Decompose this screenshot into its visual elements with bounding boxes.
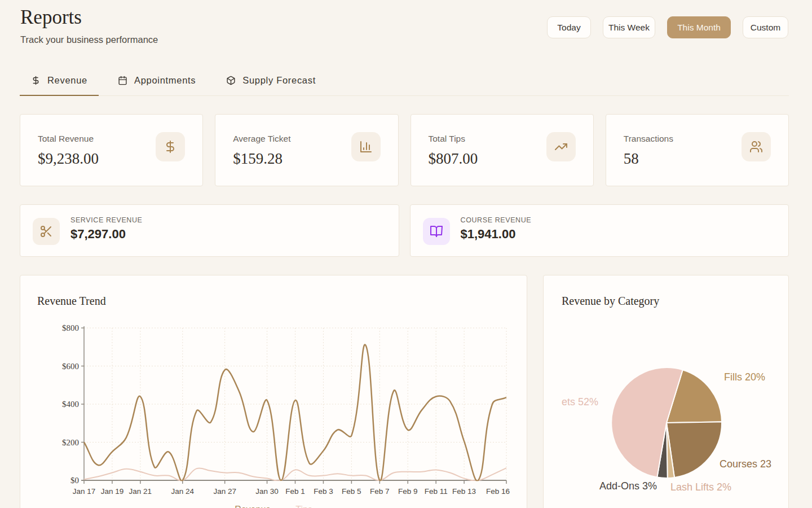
tab-revenue-label: Revenue [47, 75, 87, 86]
tab-appointments-label: Appointments [134, 75, 196, 86]
svg-text:Feb 16: Feb 16 [486, 487, 510, 496]
svg-text:Feb 7: Feb 7 [370, 487, 390, 496]
package-icon [226, 76, 236, 85]
bar-chart-icon [351, 132, 381, 161]
tab-supply-forecast-label: Supply Forecast [242, 75, 316, 86]
svg-text:Jan 27: Jan 27 [213, 487, 236, 496]
pie-label: Fills 20% [724, 371, 765, 383]
book-open-icon [423, 218, 450, 245]
revenue-by-category-chart [544, 275, 789, 508]
trending-up-icon [546, 132, 576, 161]
svg-text:Feb 5: Feb 5 [342, 487, 361, 496]
legend-item-tips[interactable]: Tips [295, 505, 312, 508]
average-ticket-card: Average Ticket $159.28 [215, 114, 398, 186]
svg-text:Feb 3: Feb 3 [314, 487, 333, 496]
svg-text:Feb 9: Feb 9 [398, 487, 418, 496]
svg-text:Jan 24: Jan 24 [171, 487, 194, 496]
chart-legend: RevenueTips [20, 505, 527, 508]
revenue-split-cards: SERVICE REVENUE $7,297.00 COURSE REVENUE… [20, 204, 789, 257]
dollar-icon [156, 132, 185, 161]
service-revenue-value: $7,297.00 [70, 227, 399, 242]
svg-text:Jan 19: Jan 19 [101, 487, 124, 496]
course-revenue-label: COURSE REVENUE [461, 216, 789, 224]
tab-supply-forecast[interactable]: Supply Forecast [215, 73, 327, 96]
page-title: Reports [20, 6, 82, 29]
svg-text:$200: $200 [62, 438, 79, 447]
course-revenue-value: $1,941.00 [461, 227, 789, 242]
dollar-icon [31, 76, 41, 85]
pie-label: Courses 23 [720, 458, 771, 470]
revenue-by-category-title: Revenue by Category [562, 295, 659, 308]
transactions-card: Transactions 58 [606, 114, 789, 186]
period-selector: Today This Week This Month Custom [547, 16, 788, 38]
service-revenue-card: SERVICE REVENUE $7,297.00 [20, 204, 399, 257]
svg-text:Jan 30: Jan 30 [255, 487, 279, 496]
tab-appointments[interactable]: Appointments [107, 73, 207, 96]
legend-item-revenue[interactable]: Revenue [235, 505, 271, 508]
pie-label: ets 52% [562, 396, 598, 408]
svg-text:Jan 21: Jan 21 [129, 487, 152, 496]
total-tips-card: Total Tips $807.00 [411, 114, 594, 186]
calendar-icon [118, 76, 127, 85]
svg-text:$0: $0 [70, 476, 79, 485]
revenue-trend-card: $0$200$400$600$800Jan 17Jan 19Jan 21Jan … [20, 275, 527, 508]
pie-label: Lash Lifts 2% [670, 481, 731, 493]
period-this-month-button[interactable]: This Month [667, 16, 731, 38]
tab-revenue[interactable]: Revenue [20, 73, 99, 96]
page-subtitle: Track your business performance [20, 34, 158, 45]
revenue-trend-chart: $0$200$400$600$800Jan 17Jan 19Jan 21Jan … [20, 275, 528, 508]
svg-text:Feb 1: Feb 1 [285, 487, 305, 496]
svg-text:Jan 17: Jan 17 [73, 487, 96, 496]
service-revenue-label: SERVICE REVENUE [70, 216, 399, 224]
svg-text:$800: $800 [62, 323, 79, 332]
revenue-by-category-card: Revenue by Category Fills 20%Courses 23L… [543, 275, 789, 508]
users-icon [742, 132, 771, 161]
period-this-week-button[interactable]: This Week [603, 16, 655, 38]
svg-text:Feb 11: Feb 11 [425, 487, 448, 496]
period-today-button[interactable]: Today [547, 16, 591, 38]
total-revenue-card: Total Revenue $9,238.00 [20, 114, 203, 186]
report-tabs: Revenue Appointments Supply Forecast [20, 73, 789, 96]
course-revenue-card: COURSE REVENUE $1,941.00 [410, 204, 789, 257]
svg-text:$400: $400 [62, 400, 79, 409]
period-custom-button[interactable]: Custom [743, 16, 788, 38]
scissors-icon [33, 218, 60, 245]
pie-label: Add-Ons 3% [599, 480, 657, 492]
revenue-trend-title: Revenue Trend [37, 295, 106, 308]
svg-text:Feb 13: Feb 13 [452, 487, 476, 496]
stat-cards: Total Revenue $9,238.00 Average Ticket $… [20, 114, 789, 186]
svg-text:$600: $600 [62, 362, 79, 371]
